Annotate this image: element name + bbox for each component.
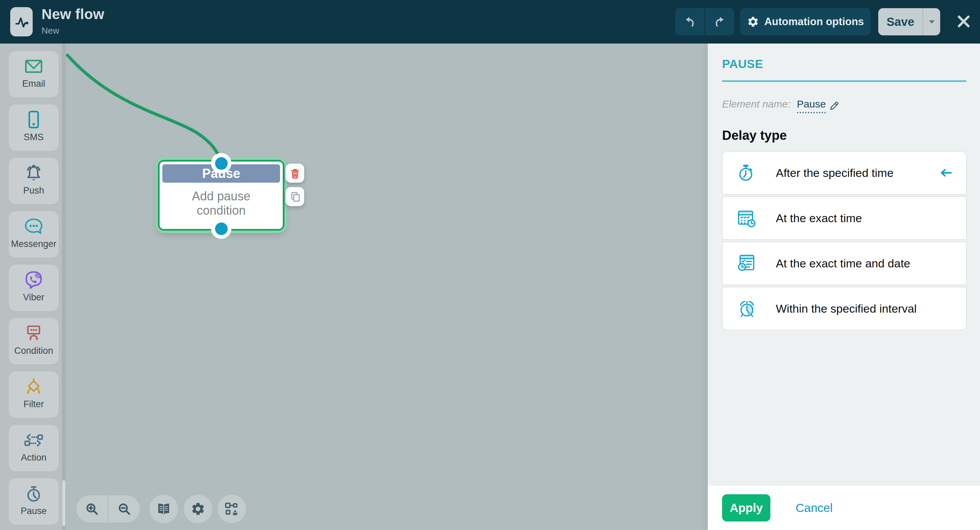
guide-book-icon	[156, 501, 171, 516]
sidebar-item-messenger[interactable]: Messenger	[9, 211, 59, 257]
sidebar-item-label: Pause	[21, 506, 47, 516]
delay-option-label: At the exact time	[776, 212, 862, 225]
element-name-edit[interactable]: Pause	[797, 98, 840, 113]
sidebar-item-label: SMS	[24, 132, 44, 143]
close-button[interactable]	[954, 12, 973, 31]
condition-icon	[23, 322, 45, 344]
save-button[interactable]: Save	[878, 8, 923, 35]
node-input-port[interactable]	[211, 153, 231, 173]
app-logo	[10, 7, 33, 36]
undo-button[interactable]	[675, 8, 705, 35]
left-arrow-icon	[940, 168, 953, 178]
sms-icon	[23, 109, 45, 131]
zoom-in-button[interactable]	[76, 495, 108, 522]
sidebar-item-label: Filter	[24, 399, 44, 409]
delay-option-after-the-specified-time[interactable]: After the specified time	[722, 151, 967, 195]
email-icon	[23, 56, 45, 77]
element-name-row: Element name: Pause	[722, 98, 966, 113]
stopwatch-icon	[23, 483, 45, 505]
flow-titles: New flow New	[41, 6, 104, 36]
delay-option-at-the-exact-time[interactable]: At the exact time	[722, 196, 967, 240]
flow-canvas[interactable]: Pause Add pause condition	[66, 44, 708, 530]
duplicate-node-button[interactable]	[285, 187, 304, 206]
action-icon	[23, 429, 45, 451]
delay-option-label: At the exact time and date	[776, 257, 910, 270]
settings-panel: PAUSE Element name: Pause Delay type Aft…	[708, 44, 980, 530]
undo-icon	[683, 15, 696, 28]
settings-gear-icon	[191, 501, 205, 516]
stopwatch-lg-icon	[737, 162, 757, 183]
delete-node-button[interactable]	[285, 163, 304, 182]
save-button-group: Save	[878, 8, 940, 35]
sidebar-item-label: Action	[21, 452, 46, 463]
alarm-clock-icon	[737, 298, 757, 319]
sidebar-item-email[interactable]: Email	[9, 51, 59, 97]
header: New flow New Automation options Save	[0, 0, 980, 44]
sidebar-item-push[interactable]: Push	[9, 158, 59, 204]
delay-option-at-the-exact-time-and-date[interactable]: At the exact time and date	[722, 241, 967, 285]
canvas-settings-button[interactable]	[184, 495, 212, 523]
element-name-label: Element name:	[722, 98, 791, 110]
panel-footer: Apply Cancel	[708, 486, 980, 530]
redo-button[interactable]	[705, 8, 734, 35]
sidebar-item-action[interactable]: Action	[9, 425, 59, 471]
zoom-controls	[76, 495, 140, 522]
sidebar-scrollbar-thumb[interactable]	[62, 480, 65, 526]
zoom-out-button[interactable]	[108, 495, 140, 522]
sidebar-item-viber[interactable]: Viber	[9, 265, 59, 311]
save-dropdown-button[interactable]	[923, 8, 940, 35]
sidebar-item-condition[interactable]: Condition	[9, 318, 59, 364]
delay-option-label: After the specified time	[776, 167, 894, 179]
delay-option-within-the-specified-interval[interactable]: Within the specified interval	[722, 287, 967, 330]
node-output-port[interactable]	[211, 218, 231, 239]
redo-icon	[713, 15, 726, 28]
sidebar: EmailSMSPushMessengerViberConditionFilte…	[0, 44, 66, 530]
pencil-icon	[829, 101, 840, 111]
guide-button[interactable]	[150, 495, 178, 523]
edge-connector	[66, 44, 708, 530]
viber-icon	[23, 269, 45, 291]
undo-redo-group	[675, 8, 734, 35]
sidebar-item-label: Viber	[23, 292, 45, 303]
cancel-button[interactable]: Cancel	[795, 501, 833, 515]
node-actions	[285, 163, 304, 206]
sidebar-item-label: Push	[23, 186, 44, 196]
sidebar-scrollbar[interactable]	[62, 44, 66, 530]
sidebar-item-sms[interactable]: SMS	[9, 105, 59, 151]
apply-button[interactable]: Apply	[722, 494, 770, 522]
messenger-icon	[23, 216, 45, 238]
caret-down-icon	[928, 20, 935, 24]
calendar-clock-icon	[737, 208, 757, 229]
element-name-value: Pause	[797, 98, 826, 113]
automation-options-label: Automation options	[764, 16, 864, 28]
sidebar-item-filter[interactable]: Filter	[9, 371, 59, 418]
pulse-icon	[13, 12, 30, 32]
zoom-out-icon	[117, 501, 132, 516]
panel-divider	[722, 80, 966, 82]
sidebar-item-label: Messenger	[11, 239, 56, 249]
automation-options-button[interactable]: Automation options	[740, 8, 871, 35]
trash-icon	[289, 167, 301, 179]
delay-type-list: After the specified timeAt the exact tim…	[722, 151, 967, 330]
pause-node[interactable]: Pause Add pause condition	[158, 160, 285, 231]
sidebar-item-label: Email	[22, 79, 45, 89]
delay-option-label: Within the specified interval	[776, 302, 917, 315]
zoom-in-icon	[84, 501, 99, 516]
canvas-toolbar	[76, 495, 246, 523]
panel-title: PAUSE	[722, 57, 966, 71]
copy-icon	[289, 191, 301, 202]
sidebar-item-pause[interactable]: Pause	[9, 478, 59, 525]
gear-icon	[747, 16, 759, 28]
flow-title: New flow	[41, 6, 104, 22]
delay-type-heading: Delay type	[722, 128, 966, 143]
flow-subtitle: New	[41, 25, 104, 36]
close-icon	[956, 14, 971, 29]
auto-arrange-icon	[224, 501, 239, 516]
sidebar-item-label: Condition	[14, 346, 53, 356]
push-icon	[23, 162, 45, 184]
schedule-clock-icon	[737, 253, 757, 274]
filter-icon	[23, 376, 45, 398]
auto-arrange-button[interactable]	[218, 495, 246, 523]
